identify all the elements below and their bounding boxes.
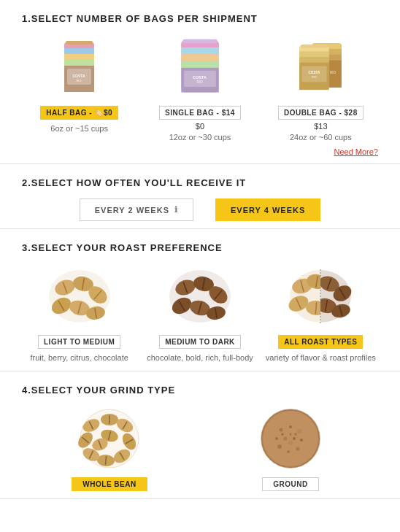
bag-option-single[interactable]: COSTA RIO SINGLE BAG - $14 $0 12oz or ~3… bbox=[142, 34, 257, 142]
bag-single-label-area: SINGLE BAG - $14 $0 12oz or ~30 cups bbox=[159, 106, 241, 142]
frequency-4weeks-button[interactable]: EVERY 4 WEEKS bbox=[215, 198, 320, 221]
roast-option-all[interactable]: ALL ROAST TYPES variety of flavor & roas… bbox=[264, 263, 378, 363]
grind-image-ground bbox=[250, 406, 331, 471]
bag-option-double[interactable]: COSTA RIO COSTA RIO DOUBLE BAG - $28 $13… bbox=[264, 34, 378, 142]
roast-medium-desc: chocolate, bold, rich, full-body bbox=[147, 352, 253, 363]
bag-half-cups: 6oz or ~15 cups bbox=[40, 124, 118, 133]
section-frequency: 2.SELECT HOW OFTEN YOU'LL RECEIVE IT EVE… bbox=[0, 164, 400, 229]
roast-all-desc: variety of flavor & roast profiles bbox=[266, 352, 376, 363]
bag-single-cups: 12oz or ~30 cups bbox=[159, 133, 241, 142]
svg-point-114 bbox=[284, 437, 288, 441]
svg-rect-19 bbox=[182, 39, 218, 44]
svg-point-112 bbox=[277, 444, 282, 449]
bag-single-strikethrough: $14 bbox=[222, 109, 235, 117]
roast-all-label: ALL ROAST TYPES bbox=[278, 335, 363, 349]
svg-point-108 bbox=[297, 429, 301, 433]
bag-single-price: $0 bbox=[159, 122, 241, 131]
section-grind: 4.SELECT YOUR GRIND TYPE bbox=[0, 371, 400, 499]
svg-point-106 bbox=[280, 428, 283, 432]
svg-point-116 bbox=[288, 441, 293, 445]
section-roast-title: 3.SELECT YOUR ROAST PREFERENCE bbox=[22, 242, 378, 253]
svg-rect-13 bbox=[181, 54, 218, 61]
frequency-options-container: EVERY 2 WEEKS ℹ EVERY 4 WEEKS bbox=[22, 198, 378, 221]
svg-point-107 bbox=[289, 425, 292, 428]
svg-point-117 bbox=[282, 433, 284, 436]
roast-image-light bbox=[39, 263, 120, 329]
svg-text:RIO: RIO bbox=[312, 75, 317, 79]
svg-line-93 bbox=[105, 456, 106, 465]
bag-double-label: DOUBLE BAG - $28 bbox=[278, 106, 364, 120]
svg-point-119 bbox=[290, 433, 292, 436]
section-grind-title: 4.SELECT YOUR GRIND TYPE bbox=[22, 385, 378, 396]
svg-rect-28 bbox=[300, 51, 329, 57]
section-frequency-title: 2.SELECT HOW OFTEN YOU'LL RECEIVE IT bbox=[22, 177, 378, 188]
section-bags: 1.SELECT NUMBER OF BAGS PER SHIPMENT COS… bbox=[0, 0, 400, 164]
grind-options-container: WHOLE BEAN bbox=[22, 406, 378, 491]
bag-double-label-area: DOUBLE BAG - $28 $13 24oz or ~60 cups bbox=[278, 106, 364, 142]
bag-half-label: HALF BAG - 🏷️$0 bbox=[40, 106, 118, 120]
section-roast: 3.SELECT YOUR ROAST PREFERENCE bbox=[0, 229, 400, 371]
bag-double-cups: 24oz or ~60 cups bbox=[278, 133, 364, 142]
svg-point-111 bbox=[287, 450, 290, 453]
svg-point-105 bbox=[263, 411, 318, 466]
svg-point-110 bbox=[296, 447, 300, 451]
svg-point-109 bbox=[300, 439, 303, 442]
svg-text:COSTA: COSTA bbox=[73, 74, 86, 78]
svg-rect-34 bbox=[301, 45, 328, 48]
bag-image-half: COSTA RIO bbox=[54, 34, 105, 100]
bag-double-price: $13 bbox=[278, 122, 364, 131]
roast-option-light[interactable]: LIGHT TO MEDIUM fruit, berry, citrus, ch… bbox=[22, 263, 136, 363]
section-bags-title: 1.SELECT NUMBER OF BAGS PER SHIPMENT bbox=[22, 13, 378, 24]
svg-point-115 bbox=[293, 437, 296, 440]
svg-rect-12 bbox=[181, 47, 218, 54]
roast-image-medium bbox=[160, 263, 240, 329]
frequency-info-icon: ℹ bbox=[174, 205, 178, 215]
frequency-4weeks-label: EVERY 4 WEEKS bbox=[231, 206, 305, 215]
svg-rect-29 bbox=[300, 57, 329, 63]
svg-text:COSTA: COSTA bbox=[193, 75, 207, 80]
svg-point-113 bbox=[275, 437, 278, 440]
bag-options-container: COSTA RIO HALF BAG - 🏷️$0 6oz or ~15 cup… bbox=[22, 34, 378, 142]
grind-image-whole bbox=[69, 406, 150, 471]
roast-options-container: LIGHT TO MEDIUM fruit, berry, citrus, ch… bbox=[22, 263, 378, 363]
roast-light-label: LIGHT TO MEDIUM bbox=[38, 335, 120, 349]
svg-rect-14 bbox=[181, 61, 218, 68]
bag-image-double: COSTA RIO COSTA RIO bbox=[295, 34, 346, 100]
svg-rect-9 bbox=[66, 41, 93, 45]
bag-double-strikethrough: $28 bbox=[345, 109, 358, 117]
svg-point-118 bbox=[294, 433, 297, 436]
svg-rect-4 bbox=[64, 60, 94, 66]
svg-text:RIO: RIO bbox=[196, 80, 203, 84]
bag-option-half[interactable]: COSTA RIO HALF BAG - 🏷️$0 6oz or ~15 cup… bbox=[22, 34, 136, 133]
roast-image-all bbox=[280, 263, 361, 329]
bag-half-label-area: HALF BAG - 🏷️$0 6oz or ~15 cups bbox=[40, 106, 118, 133]
roast-medium-label: MEDIUM TO DARK bbox=[159, 335, 241, 349]
roast-light-desc: fruit, berry, citrus, chocolate bbox=[31, 352, 128, 363]
bag-single-label: SINGLE BAG - $14 bbox=[159, 106, 241, 120]
grind-ground-label: GROUND bbox=[262, 477, 318, 491]
svg-text:COSTA: COSTA bbox=[309, 71, 321, 74]
grind-whole-label: WHOLE BEAN bbox=[72, 477, 147, 491]
grind-option-whole[interactable]: WHOLE BEAN bbox=[22, 406, 197, 491]
roast-option-medium[interactable]: MEDIUM TO DARK chocolate, bold, rich, fu… bbox=[142, 263, 257, 363]
svg-rect-2 bbox=[64, 48, 94, 54]
need-more-link[interactable]: Need More? bbox=[22, 147, 378, 156]
svg-rect-3 bbox=[64, 54, 94, 60]
frequency-2weeks-label: EVERY 2 WEEKS bbox=[95, 206, 169, 215]
bag-image-single: COSTA RIO bbox=[174, 34, 226, 100]
frequency-2weeks-button[interactable]: EVERY 2 WEEKS ℹ bbox=[80, 198, 193, 221]
grind-option-ground[interactable]: GROUND bbox=[203, 406, 378, 491]
svg-text:RIO: RIO bbox=[77, 79, 82, 82]
